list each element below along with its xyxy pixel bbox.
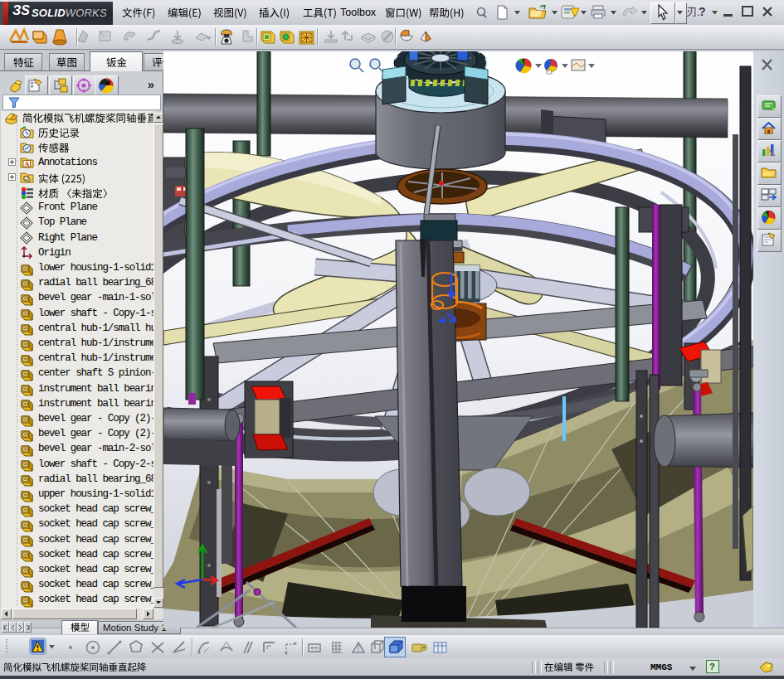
svg-text:A: A	[24, 160, 30, 168]
